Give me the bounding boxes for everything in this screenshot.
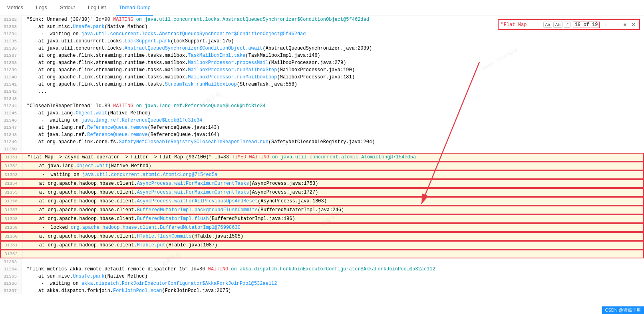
line-content: at org.apache.flink.core.fs.SafetyNetClo… — [22, 138, 644, 146]
line-number: 31366 — [0, 280, 22, 287]
tab-stdout[interactable]: Stdout — [58, 0, 78, 16]
line-content: at java.lang.Object.wait(Native Method) — [23, 162, 643, 170]
line-number: 31346 — [0, 117, 22, 124]
search-input[interactable] — [501, 22, 541, 28]
line-number: 31350 — [0, 146, 22, 153]
search-count: 19 of 19 — [573, 22, 600, 28]
line-content: at org.apache.flink.streaming.runtime.ta… — [22, 74, 644, 81]
search-options: Aa AB .* — [543, 22, 570, 28]
line-content: "Flat Map -> async wait operator -> Filt… — [23, 154, 643, 161]
tab-metrics[interactable]: Metrics — [4, 0, 26, 16]
line-content: "flink-metrics-akka.remote.default-remot… — [22, 266, 644, 273]
line-number: 31363 — [0, 258, 22, 266]
expand-button[interactable]: ≡ — [622, 21, 628, 28]
match-case-button[interactable]: Aa — [543, 22, 552, 28]
line-content: at akka.dispatch.forkjoin.ForkJoinPool.s… — [22, 287, 644, 294]
line-content: "CloseableReaperThread" Id=89 WAITING on… — [22, 102, 644, 110]
line-number: 31351 — [1, 154, 23, 161]
code-line-31357: 31357 at org.apache.hadoop.hbase.client.… — [0, 206, 644, 214]
tab-thread-dump[interactable]: Thread Dump — [116, 0, 153, 16]
line-number: 31347 — [0, 124, 22, 131]
line-number: 31360 — [1, 233, 23, 240]
code-line-31343: 31343 — [0, 95, 644, 102]
line-content: at org.apache.flink.streaming.runtime.ta… — [22, 81, 644, 88]
code-line-31359: 31359 - locked org.apache.hadoop.hbase.c… — [0, 223, 644, 232]
line-number: 31343 — [0, 95, 22, 102]
code-line-31335: 31335 at java.util.concurrent.locks.Lock… — [0, 38, 644, 45]
code-line-31366: 31366 - waiting on akka.dispatch.ForkJoi… — [0, 280, 644, 287]
line-content: at sun.misc.Unsafe.park(Native Method) — [22, 273, 644, 280]
code-line-31367: 31367 at akka.dispatch.forkjoin.ForkJoin… — [0, 287, 644, 294]
line-content: at org.apache.flink.streaming.runtime.ta… — [22, 59, 644, 66]
search-bar: Aa AB .* 19 of 19 ← → ≡ ✕ — [498, 19, 640, 30]
code-line-31354: 31354 at org.apache.hadoop.hbase.client.… — [0, 179, 644, 188]
line-content: at org.apache.hadoop.hbase.client.AsyncP… — [23, 198, 643, 205]
line-number: 31359 — [1, 224, 23, 231]
line-number: 31339 — [0, 66, 22, 74]
regex-button[interactable]: .* — [564, 22, 570, 28]
line-content: ... — [22, 88, 644, 95]
line-content: at org.apache.flink.streaming.runtime.ta… — [22, 52, 644, 59]
code-line-31336: 31336 at java.util.concurrent.locks.Abst… — [0, 45, 644, 52]
bottom-label: CSDN @诸葛子房 — [602, 306, 644, 314]
line-content: - waiting on akka.dispatch.ForkJoinExecu… — [22, 280, 644, 287]
content-area: 31332"Sink: Unnamed (30/30)" Id=90 WAITI… — [0, 16, 644, 314]
code-line-31358: 31358 at org.apache.hadoop.hbase.client.… — [0, 214, 644, 223]
code-line-31350: 31350 — [0, 146, 644, 153]
line-number: 31364 — [0, 266, 22, 273]
match-word-button[interactable]: AB — [553, 22, 563, 28]
line-content: at org.apache.hadoop.hbase.client.HTable… — [23, 233, 643, 240]
code-viewer[interactable]: 31332"Sink: Unnamed (30/30)" Id=90 WAITI… — [0, 16, 644, 314]
line-number: 31338 — [0, 59, 22, 66]
line-number: 31333 — [0, 23, 22, 30]
code-line-31338: 31338 at org.apache.flink.streaming.runt… — [0, 59, 644, 66]
tab-bar: Metrics Logs Stdout Log List Thread Dump — [0, 0, 644, 16]
line-content: at java.util.concurrent.locks.AbstractQu… — [22, 45, 644, 52]
tab-logs[interactable]: Logs — [34, 0, 50, 16]
prev-result-button[interactable]: ← — [602, 21, 610, 28]
code-line-31352: 31352 at java.lang.Object.wait(Native Me… — [0, 162, 644, 170]
code-line-31364: 31364"flink-metrics-akka.remote.default-… — [0, 266, 644, 273]
line-number: 31354 — [1, 180, 23, 187]
close-search-button[interactable]: ✕ — [630, 21, 637, 28]
code-line-31337: 31337 at org.apache.flink.streaming.runt… — [0, 52, 644, 59]
line-number: 31365 — [0, 273, 22, 280]
line-content — [23, 250, 643, 258]
code-line-31348: 31348 at java.lang.ref.ReferenceQueue.re… — [0, 131, 644, 138]
line-number: 31342 — [0, 88, 22, 95]
code-line-31361: 31361 at org.apache.hadoop.hbase.client.… — [0, 241, 644, 250]
line-content: - locked org.apache.hadoop.hbase.client.… — [23, 224, 643, 231]
line-number: 31344 — [0, 102, 22, 110]
next-result-button[interactable]: → — [612, 21, 620, 28]
line-number: 31348 — [0, 131, 22, 138]
line-content: at org.apache.hadoop.hbase.client.HTable… — [23, 242, 643, 249]
line-number: 31361 — [1, 242, 23, 249]
line-number: 31337 — [0, 52, 22, 59]
line-content: at java.lang.ref.ReferenceQueue.remove(R… — [22, 124, 644, 131]
code-line-31346: 31346 - waiting on java.lang.ref.Referen… — [0, 117, 644, 124]
line-number: 31356 — [1, 198, 23, 205]
line-number: 31353 — [1, 171, 23, 178]
line-content: - waiting on java.util.concurrent.atomic… — [23, 171, 643, 178]
tab-log-list[interactable]: Log List — [85, 0, 109, 16]
line-number: 31332 — [0, 16, 22, 23]
line-number: 31352 — [1, 162, 23, 170]
code-line-31355: 31355 at org.apache.hadoop.hbase.client.… — [0, 188, 644, 197]
code-line-31341: 31341 at org.apache.flink.streaming.runt… — [0, 81, 644, 88]
line-content: at java.lang.ref.ReferenceQueue.remove(R… — [22, 131, 644, 138]
line-content: at org.apache.hadoop.hbase.client.Buffer… — [23, 215, 643, 222]
code-line-31362: 31362 — [0, 250, 644, 258]
code-line-31345: 31345 at java.lang.Object.wait(Native Me… — [0, 110, 644, 117]
line-number: 31362 — [1, 250, 23, 258]
line-number: 31355 — [1, 189, 23, 196]
code-line-31356: 31356 at org.apache.hadoop.hbase.client.… — [0, 197, 644, 206]
line-content: at java.util.concurrent.locks.LockSuppor… — [22, 38, 644, 45]
code-line-31351: 31351"Flat Map -> async wait operator ->… — [0, 153, 644, 162]
line-number: 31334 — [0, 30, 22, 38]
line-number: 31349 — [0, 138, 22, 146]
code-line-31344: 31344"CloseableReaperThread" Id=89 WAITI… — [0, 102, 644, 110]
line-content — [22, 258, 644, 266]
code-line-31360: 31360 at org.apache.hadoop.hbase.client.… — [0, 232, 644, 241]
line-content: at org.apache.hadoop.hbase.client.AsyncP… — [23, 180, 643, 187]
code-line-31365: 31365 at sun.misc.Unsafe.park(Native Met… — [0, 273, 644, 280]
